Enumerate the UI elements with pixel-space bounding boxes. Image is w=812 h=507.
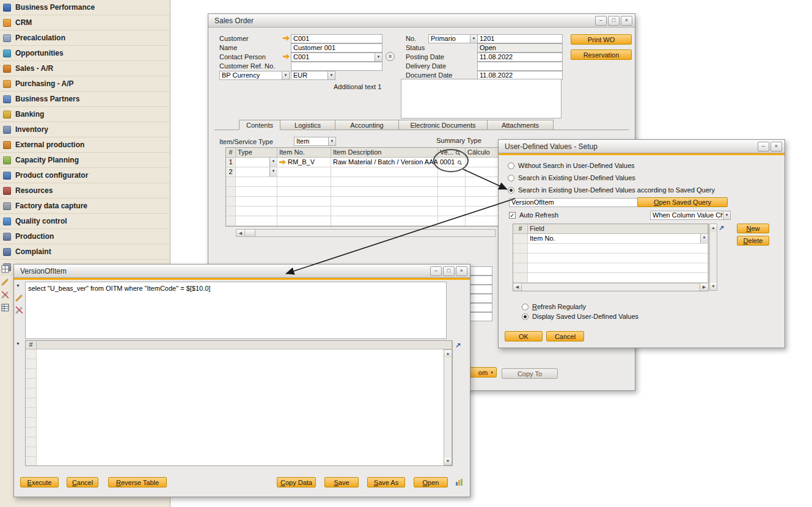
maximize-icon[interactable]: □: [608, 16, 620, 26]
cancel-button[interactable]: Cancel: [67, 477, 98, 487]
no-number-field[interactable]: 1201: [477, 34, 563, 43]
save-button[interactable]: Save: [324, 477, 359, 487]
sidebar-item-banking[interactable]: Banking: [0, 107, 170, 122]
dropdown-arrow-icon[interactable]: ▼: [723, 211, 730, 219]
field-cell[interactable]: Item No.▼: [528, 234, 708, 244]
scroll-right-icon[interactable]: ▶: [700, 283, 708, 291]
results-vscrollbar[interactable]: ▲ ▼: [444, 349, 452, 465]
radio-without-search[interactable]: Without Search in User-Defined Values: [508, 162, 635, 169]
expand-table-icon[interactable]: ↗: [719, 224, 724, 232]
copy-to-button[interactable]: Copy To: [502, 368, 558, 379]
refresh-trigger-combo[interactable]: When Column Value Cha▼: [650, 211, 731, 220]
sidebar-item-purchasing-ap[interactable]: Purchasing - A/P: [0, 76, 170, 92]
delete-button[interactable]: Delete: [737, 236, 769, 246]
scroll-left-icon[interactable]: ◀: [236, 230, 245, 236]
saved-query-field[interactable]: VersionOfItem: [509, 198, 638, 207]
contact-expand-icon[interactable]: ≡: [386, 52, 395, 61]
radio-icon[interactable]: [522, 304, 529, 310]
chart-icon[interactable]: [455, 478, 463, 486]
scroll-up-icon[interactable]: ▲: [444, 350, 452, 357]
expand-results-icon[interactable]: ↗: [455, 341, 461, 349]
version-cell[interactable]: 0001: [438, 158, 466, 167]
tab-contents[interactable]: Contents: [239, 120, 280, 130]
tab-electronic-documents[interactable]: Electronic Documents: [399, 120, 488, 130]
edit-pencil-icon[interactable]: [1, 278, 9, 286]
link-arrow-icon[interactable]: [283, 35, 290, 41]
sidebar-item-external-production[interactable]: External production: [0, 137, 170, 153]
dropdown-arrow-icon[interactable]: ▼: [282, 71, 289, 79]
grid-icon[interactable]: [1, 265, 9, 273]
table-icon[interactable]: [1, 304, 9, 312]
currency-combo[interactable]: EUR▼: [291, 71, 335, 80]
minimize-icon[interactable]: –: [595, 16, 607, 26]
sidebar-item-factory-data-capture[interactable]: Factory data capture: [0, 199, 170, 214]
maximize-icon[interactable]: □: [443, 266, 455, 276]
type-cell[interactable]: ▼: [236, 158, 277, 167]
no-edit-icon[interactable]: [1, 291, 9, 299]
item-service-type-combo[interactable]: Item▼: [294, 137, 336, 146]
customer-ref-field[interactable]: [291, 62, 382, 71]
sidebar-item-precalculation[interactable]: Precalculation: [0, 31, 170, 46]
open-saved-query-button[interactable]: Open Saved Query: [637, 197, 728, 207]
radio-icon[interactable]: [522, 313, 529, 320]
customer-field[interactable]: C001: [291, 34, 382, 43]
description-cell[interactable]: [331, 167, 438, 177]
radio-refresh-regularly[interactable]: Refresh Regularly: [522, 303, 586, 310]
reservation-button[interactable]: Reservation: [571, 49, 632, 60]
delivery-date-field[interactable]: [477, 62, 563, 71]
no-series-combo[interactable]: Primario▼: [428, 34, 478, 43]
posting-date-field[interactable]: 11.08.2022: [477, 53, 563, 62]
udv-table-hscrollbar[interactable]: ◀ ▶: [513, 283, 708, 291]
radio-search-saved-query[interactable]: Search in Existing User-Defined Values a…: [508, 186, 715, 194]
sales-order-titlebar[interactable]: Sales Order – □ ×: [208, 14, 635, 27]
version-cell[interactable]: [438, 167, 466, 177]
scroll-down-icon[interactable]: ▼: [710, 283, 717, 290]
sidebar-item-business-partners[interactable]: Business Partners: [0, 92, 170, 107]
tab-accounting[interactable]: Accounting: [335, 120, 399, 130]
dropdown-arrow-icon[interactable]: ▼: [269, 158, 277, 167]
link-arrow-icon[interactable]: [279, 159, 286, 165]
dropdown-arrow-icon[interactable]: ▼: [700, 234, 708, 243]
items-table-hscrollbar[interactable]: ◀: [236, 229, 496, 237]
radio-icon[interactable]: [508, 162, 514, 169]
dropdown-arrow-icon[interactable]: ▼: [470, 35, 477, 43]
new-button[interactable]: New: [737, 224, 769, 233]
minimize-icon[interactable]: –: [430, 266, 442, 276]
additional-text-area[interactable]: [401, 79, 561, 119]
no-edit-icon[interactable]: [15, 306, 23, 314]
item-no-cell[interactable]: [277, 167, 331, 177]
auto-refresh-checkbox[interactable]: ✓Auto Refresh: [509, 211, 558, 219]
udv-table-vscrollbar[interactable]: ▲ ▼: [709, 224, 717, 291]
tab-logistics[interactable]: Logistics: [280, 120, 335, 130]
sidebar-item-capacity-planning[interactable]: Capacity Planning: [0, 153, 170, 168]
save-as-button[interactable]: Save As: [367, 477, 405, 487]
ok-button[interactable]: OK: [505, 331, 543, 341]
close-icon[interactable]: ×: [621, 16, 632, 26]
open-button[interactable]: Open: [414, 477, 448, 487]
description-cell[interactable]: Raw Material / Batch / Version AAA: [331, 158, 438, 167]
contact-person-combo[interactable]: C001▼: [291, 53, 382, 62]
search-icon[interactable]: [457, 160, 463, 166]
checkbox-check-icon[interactable]: ✓: [509, 212, 516, 219]
scroll-left-icon[interactable]: ◀: [513, 283, 522, 291]
dropdown-arrow-icon[interactable]: ▼: [328, 137, 335, 145]
radio-search-existing[interactable]: Search in Existing User-Defined Values: [508, 174, 635, 181]
sidebar-item-resources[interactable]: Resources: [0, 183, 170, 199]
print-wo-button[interactable]: Print WO: [571, 34, 632, 45]
sidebar-item-inventory[interactable]: Inventory: [0, 122, 170, 137]
reverse-table-button[interactable]: Reverse Table: [108, 477, 167, 487]
sidebar-item-quality-control[interactable]: Quality control: [0, 214, 170, 229]
sql-editor[interactable]: select "U_beas_ver" from OITM where "Ite…: [25, 282, 447, 339]
minimize-icon[interactable]: –: [758, 142, 769, 151]
close-icon[interactable]: ×: [456, 266, 467, 276]
udv-titlebar[interactable]: User-Defined Values - Setup – ×: [499, 140, 785, 153]
scrollbar-thumb[interactable]: [245, 230, 255, 236]
dropdown-arrow-icon[interactable]: ▼: [269, 167, 277, 177]
sidebar-item-product-configurator[interactable]: Product configurator: [0, 168, 170, 183]
sidebar-item-crm[interactable]: CRM: [0, 15, 170, 31]
sql-section-collapse-icon[interactable]: ▼: [16, 283, 20, 288]
cancel-button[interactable]: Cancel: [546, 331, 584, 341]
radio-display-saved[interactable]: Display Saved User-Defined Values: [522, 313, 638, 320]
radio-icon[interactable]: [508, 175, 514, 181]
close-icon[interactable]: ×: [770, 142, 782, 151]
